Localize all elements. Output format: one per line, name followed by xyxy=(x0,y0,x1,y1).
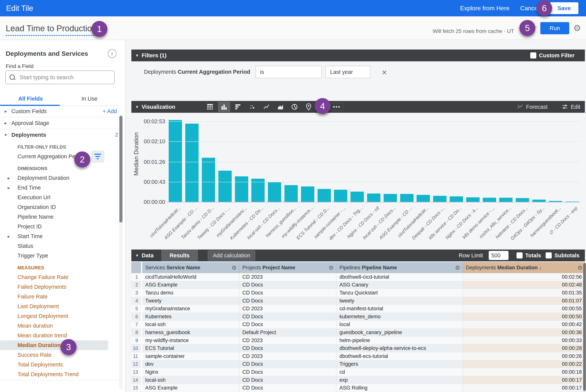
measure-item[interactable]: Median Duration xyxy=(0,340,108,350)
cancel-button[interactable]: Cancel xyxy=(520,5,539,12)
subtotals-checkbox[interactable] xyxy=(546,252,552,258)
measure-item[interactable]: Failed Deployments xyxy=(0,282,119,292)
visualization-header[interactable]: Visualization xyxy=(142,104,175,110)
forecast-button[interactable]: Forecast xyxy=(517,104,548,110)
column-gear-icon[interactable]: ⚙ xyxy=(455,264,460,271)
bar[interactable] xyxy=(284,185,298,202)
table-row[interactable]: 3Tanzu demoCD DocsTanzu Quickstart00:01:… xyxy=(131,289,585,297)
bar[interactable] xyxy=(202,158,215,202)
column-header[interactable]: PipelinesPipeline Name⚙ xyxy=(336,262,463,273)
bar[interactable] xyxy=(301,186,314,202)
table-row[interactable]: 10ECS TutorialCD Docsdbothwell-deploy-al… xyxy=(131,344,585,352)
remove-filter-icon[interactable]: × xyxy=(382,68,387,77)
sidebar-group-custom-fields[interactable]: ▸Custom Fields+ Add xyxy=(0,106,119,116)
dimension-item[interactable]: ▸End Time xyxy=(0,183,119,192)
save-button[interactable]: Save xyxy=(550,2,579,14)
dimension-item[interactable]: Pipeline Name xyxy=(0,212,119,222)
measure-item[interactable]: Success Rate xyxy=(0,350,119,360)
bar[interactable] xyxy=(185,124,199,202)
measure-item[interactable]: Failure Rate xyxy=(0,292,119,302)
dimension-item[interactable]: Organization ID xyxy=(0,202,119,212)
table-row[interactable]: 7local-sshCD Docslocal00:00:42 xyxy=(131,321,585,329)
table-row[interactable]: 6KubernetesCD Docskubernetes_demo00:00:5… xyxy=(131,313,585,321)
chevron-down-icon[interactable]: ▾ xyxy=(136,104,138,110)
sidebar-scrollbar-thumb[interactable] xyxy=(119,116,122,222)
bar[interactable] xyxy=(367,194,380,202)
bar[interactable] xyxy=(532,200,546,202)
table-row[interactable]: 1cicdTutorialHelloWorldCD 2023dbothwell-… xyxy=(131,273,585,281)
sidebar-group-approval-stage[interactable]: ▸Approval Stage xyxy=(0,118,119,128)
bar[interactable] xyxy=(516,198,529,202)
search-input[interactable] xyxy=(19,74,110,81)
pie-chart-icon[interactable] xyxy=(288,102,301,112)
bar[interactable] xyxy=(218,171,232,202)
table-icon[interactable] xyxy=(204,102,216,112)
measure-item[interactable]: Last Deployment xyxy=(0,302,119,311)
add-calculation-button[interactable]: Add calculation xyxy=(207,250,256,261)
dimension-item[interactable]: ▸Deployment Duration xyxy=(0,173,119,183)
table-row[interactable]: 11sample-containerCD 2023dbothwell-ecs-t… xyxy=(131,352,585,360)
dimension-item[interactable]: Execution Url xyxy=(0,192,119,202)
bar[interactable] xyxy=(235,176,248,202)
table-row[interactable]: 2ASG ExampleCD DocsASG Canary00:02:48 xyxy=(131,281,585,289)
bar[interactable] xyxy=(268,182,281,202)
table-scrollbar-thumb[interactable] xyxy=(583,263,586,391)
measure-item[interactable]: Total Deployments xyxy=(0,360,119,370)
filter-operator-select[interactable]: is xyxy=(255,66,322,78)
filter-by-field-icon[interactable] xyxy=(91,150,104,163)
edit-viz-button[interactable]: Edit xyxy=(562,104,580,110)
more-icon[interactable]: ••• xyxy=(331,102,343,112)
filters-header[interactable]: Filters (1) xyxy=(142,52,167,59)
bar[interactable] xyxy=(384,194,397,202)
area-chart-icon[interactable] xyxy=(274,102,287,112)
bar[interactable] xyxy=(351,192,364,202)
column-chart-icon[interactable] xyxy=(218,102,230,112)
table-row[interactable]: 5myGrafanaInstanceCD 2023cd-manifest-tut… xyxy=(131,305,585,313)
bar[interactable] xyxy=(169,120,182,202)
dimension-item[interactable]: Project ID xyxy=(0,222,119,232)
collapse-panel-button[interactable]: ‹ xyxy=(108,49,116,58)
table-row[interactable]: 9my-wildfly-instanceCD 2023helm-pipeline… xyxy=(131,336,585,344)
dimension-item[interactable]: Trigger Type xyxy=(0,251,119,260)
measure-item[interactable]: Total Deployments Trend xyxy=(0,370,119,379)
results-tab[interactable]: Results xyxy=(161,250,198,261)
bar[interactable] xyxy=(483,198,496,202)
bar[interactable] xyxy=(499,198,513,202)
bar[interactable] xyxy=(334,190,347,202)
tile-title-input[interactable]: Lead Time to Production xyxy=(6,24,96,36)
measure-item[interactable]: Change Failure Rate xyxy=(0,272,119,282)
table-row[interactable]: 8harness_guestbookDefault Projectguestbo… xyxy=(131,328,585,336)
table-scrollbar[interactable] xyxy=(583,262,586,392)
table-row[interactable]: 15ASG ExampleCD DocsASG Rolling00:00:17 xyxy=(131,384,585,392)
column-header[interactable]: ProjectsProject Name⚙ xyxy=(239,262,336,273)
sidebar-scrollbar[interactable] xyxy=(119,114,123,389)
bar[interactable] xyxy=(400,194,414,202)
field-search-box[interactable] xyxy=(5,70,115,84)
data-header-segment[interactable]: ▾ Data xyxy=(131,250,161,261)
filter-value-select[interactable]: Last year xyxy=(326,66,371,78)
gear-icon[interactable]: ⚙ xyxy=(573,23,581,33)
custom-filter-checkbox[interactable] xyxy=(530,52,536,58)
scatter-icon[interactable] xyxy=(246,102,258,112)
table-row[interactable]: 4TweetyCD Docstweety00:01:07 xyxy=(131,297,585,305)
totals-checkbox[interactable] xyxy=(517,252,523,258)
map-pin-icon[interactable] xyxy=(303,102,315,112)
table-row[interactable]: 12devCD DocsTriggers00:00:22 xyxy=(131,360,585,368)
line-chart-icon[interactable] xyxy=(260,102,272,112)
bar[interactable] xyxy=(417,195,430,202)
column-header[interactable]: DeploymentsMedian Duration ↓⚙ xyxy=(463,262,585,273)
run-button[interactable]: Run xyxy=(540,22,569,34)
measure-item[interactable]: Longest Deployment xyxy=(0,311,119,321)
bar[interactable] xyxy=(466,197,480,202)
dimension-item[interactable]: ▸Start Time xyxy=(0,232,119,241)
measure-item[interactable]: Mean duration xyxy=(0,321,119,331)
sidebar-group-deployments[interactable]: ▾Deployments2 xyxy=(0,130,119,140)
column-gear-icon[interactable]: ⚙ xyxy=(329,264,334,271)
bar[interactable] xyxy=(318,189,331,202)
tab-all-fields[interactable]: All Fields xyxy=(18,96,43,102)
dimension-item[interactable]: Status xyxy=(0,241,119,251)
column-gear-icon[interactable]: ⚙ xyxy=(578,264,583,271)
column-header[interactable]: ServicesService Name⚙ xyxy=(142,262,239,273)
table-row[interactable]: 13NginxCD Docscd00:00:18 xyxy=(131,368,585,376)
chevron-down-icon[interactable]: ▾ xyxy=(136,53,138,58)
